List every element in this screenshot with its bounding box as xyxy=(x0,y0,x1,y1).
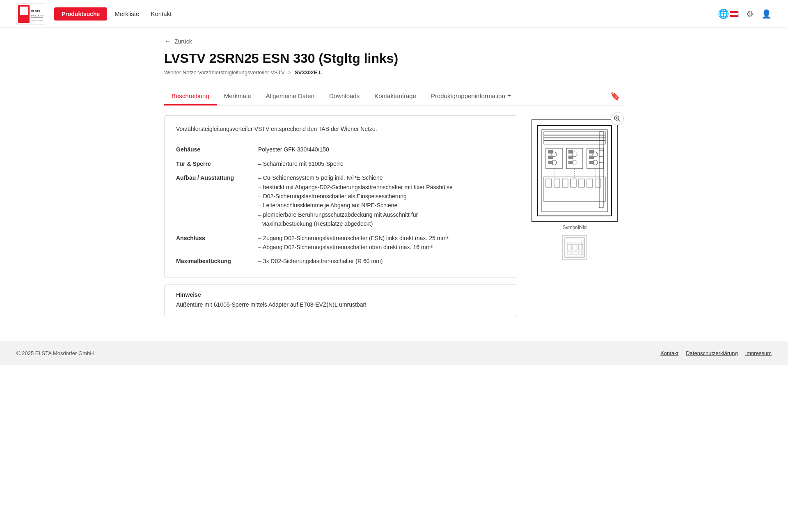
nav-kontakt[interactable]: Kontakt xyxy=(151,10,172,17)
spec-value-maximal: – 3x D02-Sicherungslasttrennschalter (R … xyxy=(258,254,505,268)
spec-row-aufbau: Aufbau / Ausstattung – Cu-Schienensystem… xyxy=(176,171,505,231)
hinweise-title: Hinweise xyxy=(176,291,505,298)
footer-link-kontakt[interactable]: Kontakt xyxy=(660,350,678,356)
breadcrumb-separator: > xyxy=(288,69,291,76)
product-thumbnail[interactable] xyxy=(562,235,587,260)
svg-rect-21 xyxy=(548,156,553,159)
symbolbild-label: Symbolbild xyxy=(563,225,587,230)
logo-area: ELSTA MOSDORFER SINCE 1899 xyxy=(16,3,44,25)
plus-icon: + xyxy=(507,92,511,99)
tab-kontaktanfrage[interactable]: Kontaktanfrage xyxy=(367,87,424,105)
user-icon[interactable]: 👤 xyxy=(761,9,772,19)
svg-rect-27 xyxy=(568,156,573,159)
spec-table: Gehäuse Polyester GFK 330/440/150 Tür & … xyxy=(176,142,505,268)
hinweise-text: Außentüre mit 61005-Sperre mittels Adapt… xyxy=(176,300,505,309)
svg-rect-32 xyxy=(589,150,594,154)
footer-links: Kontakt Datenschutzerklärung Impressum xyxy=(660,350,772,356)
spec-label-tuer: Tür & Sperre xyxy=(176,157,258,171)
spec-value-aufbau: – Cu-Schienensystem 5-polig inkl. N/PE-S… xyxy=(258,171,505,231)
nav-merkliste[interactable]: Merkliste xyxy=(115,10,139,17)
spec-value-gehaeuse: Polyester GFK 330/440/150 xyxy=(258,142,505,156)
content-right: Symbolbild xyxy=(517,115,624,316)
content-area: Vorzählersteigleitungsverteiler VSTV ent… xyxy=(164,115,624,340)
content-left: Vorzählersteigleitungsverteiler VSTV ent… xyxy=(164,115,517,316)
globe-icon: 🌐 xyxy=(718,9,729,19)
tab-downloads[interactable]: Downloads xyxy=(322,87,367,105)
svg-line-8 xyxy=(618,120,621,122)
svg-rect-28 xyxy=(568,161,573,164)
breadcrumb: Wiener Netze Vorzählersteigleitungsverte… xyxy=(164,69,624,76)
svg-rect-2 xyxy=(20,7,28,15)
spec-label-aufbau: Aufbau / Ausstattung xyxy=(176,171,258,231)
svg-rect-20 xyxy=(548,150,553,154)
back-label: Zurück xyxy=(174,38,192,45)
footer-copyright: © 2025 ELSTA Mosdorfer GmbH xyxy=(16,350,94,356)
spec-label-maximal: Maximalbestückung xyxy=(176,254,258,268)
header: ELSTA MOSDORFER SINCE 1899 Produktsuche … xyxy=(0,0,788,28)
page-wrap: ← Zurück LVSTV 2SRN25 ESN 330 (Stgltg li… xyxy=(148,37,640,341)
tabs-row: Beschreibung Merkmale Allgemeine Daten D… xyxy=(164,87,624,105)
bookmark-icon[interactable]: 🔖 xyxy=(607,88,624,104)
spec-value-anschluss: – Zugang D02-Sicherungslasttrennschalter… xyxy=(258,231,505,255)
svg-rect-26 xyxy=(568,150,573,154)
tab-merkmale[interactable]: Merkmale xyxy=(217,87,259,105)
svg-rect-33 xyxy=(589,156,594,159)
breadcrumb-link[interactable]: Wiener Netze Vorzählersteigleitungsverte… xyxy=(164,69,284,76)
svg-text:SINCE 1899: SINCE 1899 xyxy=(31,19,43,22)
spec-row-gehaeuse: Gehäuse Polyester GFK 330/440/150 xyxy=(176,142,505,156)
footer: © 2025 ELSTA Mosdorfer GmbH Kontakt Date… xyxy=(0,341,788,365)
flag-austria xyxy=(730,11,739,17)
zoom-icon[interactable] xyxy=(611,112,624,125)
spec-row-anschluss: Anschluss – Zugang D02-Sicherungslasttre… xyxy=(176,231,505,255)
language-selector[interactable]: 🌐 xyxy=(718,9,739,19)
footer-link-datenschutz[interactable]: Datenschutzerklärung xyxy=(686,350,738,356)
back-button[interactable]: ← Zurück xyxy=(164,37,624,46)
tab-produktgruppeninformation[interactable]: Produktgruppeninformation + xyxy=(424,87,518,105)
hinweise-box: Hinweise Außentüre mit 61005-Sperre mitt… xyxy=(164,284,517,316)
svg-rect-34 xyxy=(589,161,594,164)
svg-rect-22 xyxy=(548,161,553,164)
spec-row-tuer: Tür & Sperre – Scharniertüre mit 61005-S… xyxy=(176,157,505,171)
footer-link-impressum[interactable]: Impressum xyxy=(745,350,772,356)
svg-text:MOSDORFER: MOSDORFER xyxy=(31,14,44,17)
breadcrumb-current: SV3302E.L xyxy=(295,69,322,76)
spec-label-anschluss: Anschluss xyxy=(176,231,258,255)
settings-icon[interactable]: ⚙ xyxy=(744,9,755,19)
spec-row-maximal: Maximalbestückung – 3x D02-Sicherungslas… xyxy=(176,254,505,268)
description-intro: Vorzählersteigleitungsverteiler VSTV ent… xyxy=(176,125,505,133)
spec-label-gehaeuse: Gehäuse xyxy=(176,142,258,156)
tab-beschreibung[interactable]: Beschreibung xyxy=(164,87,217,105)
back-arrow-icon: ← xyxy=(164,37,172,46)
spec-value-tuer: – Scharniertüre mit 61005-Sperre xyxy=(258,157,505,171)
main-nav: Merkliste Kontakt xyxy=(115,10,718,17)
svg-text:ELSTA: ELSTA xyxy=(31,10,40,13)
product-title: LVSTV 2SRN25 ESN 330 (Stgltg links) xyxy=(164,50,624,66)
description-box: Vorzählersteigleitungsverteiler VSTV ent… xyxy=(164,115,517,277)
product-image[interactable] xyxy=(531,119,618,222)
logo[interactable]: ELSTA MOSDORFER SINCE 1899 xyxy=(16,3,44,25)
produktsuche-button[interactable]: Produktsuche xyxy=(54,7,107,21)
header-right: 🌐 ⚙ 👤 xyxy=(718,9,772,19)
tab-allgemeine-daten[interactable]: Allgemeine Daten xyxy=(259,87,322,105)
